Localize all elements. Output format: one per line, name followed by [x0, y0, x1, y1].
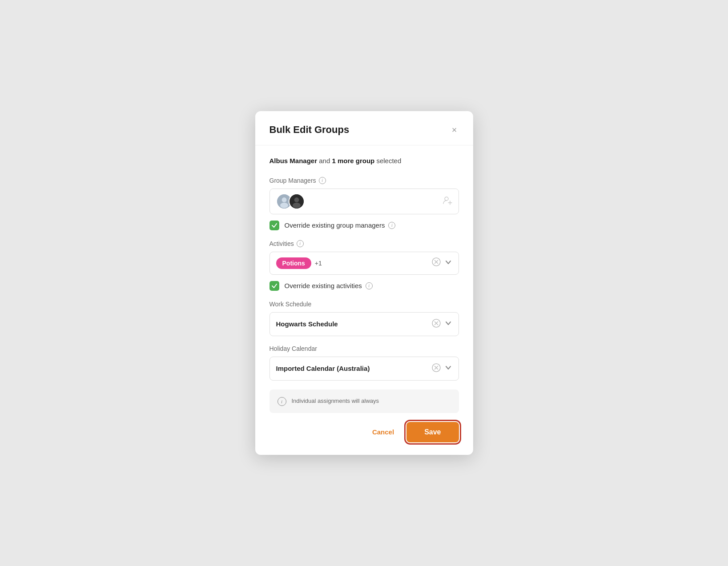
selection-info: Albus Manager and 1 more group selected: [269, 156, 459, 166]
work-schedule-section: Work Schedule Hogwarts Schedule: [269, 301, 459, 336]
activities-label-text: Activities: [269, 240, 294, 247]
modal-footer: Cancel Save: [255, 413, 473, 455]
work-schedule-chevron-icon[interactable]: [444, 319, 452, 329]
override-managers-checkbox[interactable]: [269, 221, 279, 230]
cancel-button[interactable]: Cancel: [369, 424, 398, 440]
info-notice: i Individual assignments will always: [269, 389, 459, 413]
avatar-2-svg: [290, 193, 304, 209]
work-schedule-dropdown[interactable]: Hogwarts Schedule: [269, 312, 459, 336]
activities-info-icon[interactable]: i: [297, 240, 304, 247]
activities-tags: Potions +1: [276, 257, 322, 269]
modal-body: Albus Manager and 1 more group selected …: [255, 145, 473, 413]
holiday-calendar-label-text: Holiday Calendar: [269, 345, 317, 352]
group-managers-section: Group Managers i: [269, 177, 459, 230]
override-managers-info-icon[interactable]: i: [388, 222, 395, 229]
potions-tag[interactable]: Potions: [276, 257, 311, 269]
selection-bold-2: 1 more group: [332, 157, 374, 165]
modal-overlay: Bulk Edit Groups × Albus Manager and 1 m…: [0, 0, 728, 566]
holiday-calendar-controls: [432, 363, 452, 374]
svg-point-4: [294, 197, 299, 202]
work-schedule-controls: [432, 319, 452, 329]
group-managers-label-text: Group Managers: [269, 177, 316, 184]
activities-label: Activities i: [269, 240, 459, 247]
checkmark-icon-2: [271, 283, 278, 289]
modal-title: Bulk Edit Groups: [269, 124, 350, 136]
override-activities-info-icon[interactable]: i: [366, 282, 373, 289]
group-managers-input[interactable]: [269, 189, 459, 214]
activities-controls: [432, 257, 452, 269]
avatars-container: [276, 193, 301, 209]
add-user-icon[interactable]: [442, 195, 452, 207]
group-managers-info-icon[interactable]: i: [319, 177, 326, 184]
override-managers-row: Override existing group managers i: [269, 221, 459, 230]
selection-rest: and: [317, 157, 332, 165]
activities-input[interactable]: Potions +1: [269, 252, 459, 275]
holiday-calendar-label: Holiday Calendar: [269, 345, 459, 352]
notice-info-icon: i: [278, 397, 286, 406]
avatar-2: [289, 193, 305, 209]
close-button[interactable]: ×: [450, 124, 459, 136]
holiday-calendar-chevron-icon[interactable]: [444, 364, 452, 373]
close-icon: ×: [452, 125, 457, 135]
checkmark-icon: [271, 222, 278, 229]
activities-section: Activities i Potions +1: [269, 240, 459, 291]
selection-bold-1: Albus Manager: [269, 157, 318, 165]
holiday-calendar-value: Imported Calendar (Australia): [276, 365, 370, 372]
group-managers-label: Group Managers i: [269, 177, 459, 184]
holiday-calendar-clear-icon[interactable]: [432, 363, 441, 374]
activities-clear-icon[interactable]: [432, 257, 441, 269]
holiday-calendar-section: Holiday Calendar Imported Calendar (Aust…: [269, 345, 459, 381]
selection-end: selected: [374, 157, 401, 165]
override-activities-row: Override existing activities i: [269, 281, 459, 291]
activities-count: +1: [315, 260, 322, 267]
save-button[interactable]: Save: [406, 422, 459, 442]
work-schedule-value: Hogwarts Schedule: [276, 320, 338, 328]
svg-point-6: [445, 197, 448, 201]
override-activities-checkbox[interactable]: [269, 281, 279, 291]
svg-point-2: [280, 202, 288, 208]
override-activities-label: Override existing activities i: [285, 282, 373, 289]
override-managers-label: Override existing group managers i: [285, 221, 396, 229]
modal-header: Bulk Edit Groups ×: [255, 111, 473, 145]
modal-body-inner: Albus Manager and 1 more group selected …: [255, 145, 473, 413]
work-schedule-label: Work Schedule: [269, 301, 459, 308]
notice-text: Individual assignments will always: [292, 397, 379, 405]
bulk-edit-modal: Bulk Edit Groups × Albus Manager and 1 m…: [255, 111, 473, 455]
work-schedule-label-text: Work Schedule: [269, 301, 312, 308]
svg-point-5: [293, 202, 301, 208]
holiday-calendar-dropdown[interactable]: Imported Calendar (Australia): [269, 357, 459, 381]
activities-chevron-icon[interactable]: [444, 258, 452, 268]
work-schedule-clear-icon[interactable]: [432, 319, 441, 329]
svg-point-1: [282, 197, 286, 202]
